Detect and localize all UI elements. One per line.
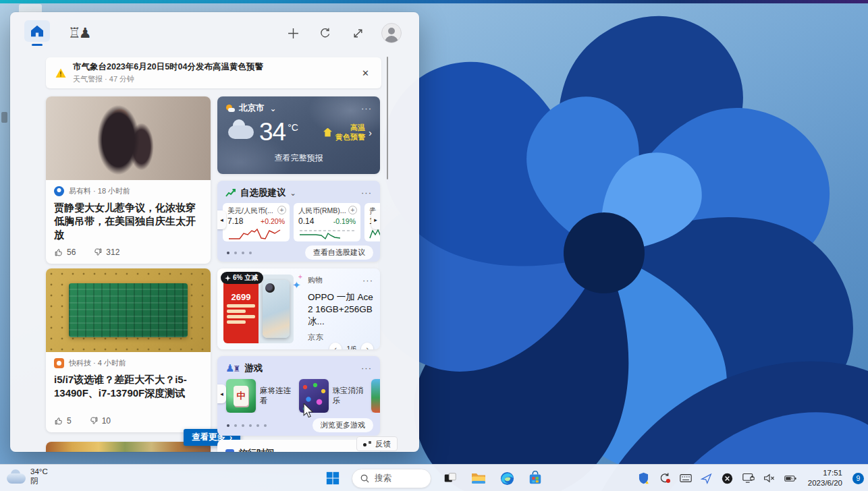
task-view-button[interactable] [441,469,460,488]
product-image: 2699 [223,275,294,343]
folder-icon [470,471,487,486]
game-tile-mahjong[interactable]: 中 [226,379,256,413]
heat-warning-link[interactable]: 高温 黄色预警 › [323,123,372,142]
microsoft-store-button[interactable] [526,469,545,488]
stock-change: +0.20% [261,217,285,225]
edge-browser-button[interactable] [497,469,516,488]
discount-badge: 6% 立减 [221,272,263,284]
product-prev-button[interactable]: ‹ [329,343,342,349]
notification-count-badge[interactable]: 9 [852,473,864,484]
clock-date: 2023/6/20 [808,479,842,487]
stocks-see-more-link[interactable]: 查看自选股建议 [305,246,373,260]
stocks-title[interactable]: 自选股建议 [240,187,286,199]
full-forecast-link[interactable]: 查看完整预报 [217,152,380,164]
mouse-cursor [302,403,315,418]
stocks-more-button[interactable]: ··· [361,190,372,196]
alert-close-button[interactable]: ✕ [359,65,372,81]
game-label[interactable]: 麻将连连看 [260,386,295,406]
games-scroll-left-button[interactable]: ◂ [217,384,226,403]
app-x-circle-icon[interactable] [722,472,734,484]
chevron-down-icon[interactable]: ⌄ [290,189,296,198]
stock-card-rmb[interactable]: 人民币(RMB)... + 0.14 -0.19% [294,203,360,241]
game-label[interactable]: 珠宝消消乐 [333,386,368,406]
taskbar-weather-condition: 阴 [30,477,38,485]
stocks-scroll-left-button[interactable]: ◂ [217,210,226,229]
close-icon: ✕ [362,68,369,78]
game-tile-partial[interactable] [371,379,380,413]
widgets-panel: ♖♟ [10,12,419,452]
games-more-button[interactable]: ··· [361,366,372,371]
travel-time-widget-partial[interactable]: 旅行时间 [217,440,380,452]
add-widget-button[interactable] [284,24,302,42]
shopping-more-button[interactable]: ··· [362,278,373,283]
taskbar-search[interactable]: 搜索 [352,469,431,488]
battery-charging-icon[interactable] [784,472,796,484]
decorative-sparkle-icon: ✦ [292,279,301,291]
weather-condition-icon [225,104,235,113]
thumbs-down-button[interactable]: 10 [89,416,111,426]
feed-scrollbar[interactable] [387,57,388,179]
thumbs-up-button[interactable]: 56 [54,248,76,257]
news-card-1[interactable]: 易有料 · 18 小时前 贾静雯大女儿惹争议，化浓妆穿低胸吊带，在美国独自庆生太… [46,96,211,264]
stock-change: -0.19% [333,217,356,225]
thumbs-up-icon [54,248,63,257]
thumbs-down-icon [89,416,99,426]
profile-avatar[interactable] [381,23,402,43]
games-browse-more-link[interactable]: 浏览更多游戏 [313,418,373,432]
travel-time-icon [225,449,234,453]
thumbs-down-icon [93,248,103,257]
news-source-meta: 快科技 · 4 小时前 [69,358,126,368]
security-shield-icon[interactable] [638,472,650,484]
tab-games-board[interactable]: ♖♟ [68,25,90,41]
file-explorer-button[interactable] [469,469,488,488]
weather-widget[interactable]: 北京市 ⌄ ··· 34 °C 高温 黄色预警 › 查看完整预报 [217,96,380,174]
add-stock-button[interactable]: + [277,206,286,214]
dislikes-count: 10 [102,416,111,426]
games-widget[interactable]: ♟♜ 游戏 ··· 中 麻将连连看 珠宝消消乐 ◂ 浏览更多游戏 [217,356,380,436]
stocks-pagination-dots[interactable] [227,252,252,254]
cloud-icon [7,473,26,485]
weather-more-button[interactable]: ··· [361,106,372,111]
weather-unit: °C [288,122,298,133]
stock-value: 7.18 [227,216,243,226]
product-title[interactable]: OPPO 一加 Ace 2 16GB+256GB 冰... [308,291,373,328]
news-card-2[interactable]: 快科技 · 4 小时前 i5/i7该选谁？差距大不大？i5-13490F、i7-… [46,268,211,432]
taskbar-clock[interactable]: 17:51 2023/6/20 [808,468,842,488]
feedback-button[interactable]: 反馈 [356,436,398,451]
promo-price: 2699 [225,292,256,302]
thumbs-down-button[interactable]: 312 [93,248,119,257]
input-keyboard-icon[interactable] [680,472,692,484]
taskbar-weather-button[interactable]: 34°C 阴 [7,467,48,486]
stock-sparkline [298,227,356,240]
active-tab-underline [32,44,43,46]
sync-status-icon[interactable] [659,472,671,484]
location-arrow-icon[interactable] [701,472,713,484]
weather-city[interactable]: 北京市 [239,103,265,114]
triangle-right-icon: ▸ [374,216,377,223]
chevron-down-icon[interactable]: ⌄ [270,104,277,113]
alert-meta: 天气警报 · 47 分钟 [73,74,359,84]
news-source-icon [54,186,64,196]
games-pagination-dots[interactable] [227,424,267,427]
product-next-button[interactable]: › [361,343,373,349]
add-stock-button[interactable]: + [348,206,357,214]
stocks-scroll-right-button[interactable]: ▸ [371,210,380,229]
warning-label-1: 高温 [350,123,365,132]
search-icon [360,474,369,483]
display-cast-icon[interactable] [742,472,755,484]
thumbs-up-button[interactable]: 5 [54,416,72,426]
avatar-head [388,28,395,34]
cloud-icon [228,124,254,140]
shopping-widget[interactable]: 6% 立减 2699 ✦ 购物 ··· OPPO 一加 Ace 2 16GB+2… [217,268,380,349]
weather-alert-banner[interactable]: 市气象台2023年6月20日5时04分发布高温黄色预警 天气警报 · 47 分钟… [46,57,381,88]
tab-home[interactable] [24,20,51,46]
expand-button[interactable] [349,24,367,42]
volume-muted-icon[interactable] [763,472,776,484]
refresh-button[interactable] [317,24,334,42]
start-button[interactable] [323,469,342,488]
games-row: 中 麻将连连看 珠宝消消乐 [217,377,380,413]
refresh-icon [319,27,331,39]
stocks-widget[interactable]: 自选股建议 ⌄ ··· 美元/人民币(... + 7.18 +0.20% [217,181,380,262]
sparkle-icon [225,275,231,281]
stock-card-usdcny[interactable]: 美元/人民币(... + 7.18 +0.20% [223,203,290,241]
